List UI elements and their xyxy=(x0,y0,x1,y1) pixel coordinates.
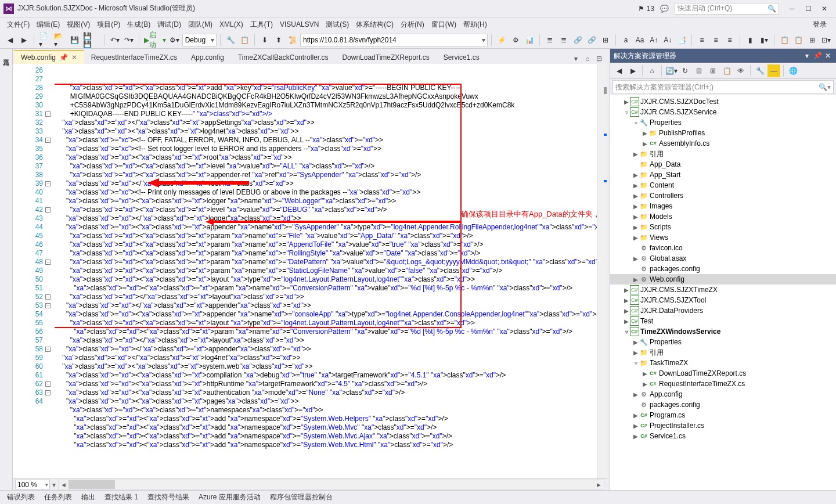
tree-twisty-icon[interactable]: ▶ xyxy=(623,297,630,304)
fold-toggle[interactable]: − xyxy=(45,303,51,308)
login-menu[interactable]: 登录 xyxy=(809,18,833,31)
toolbar-x7[interactable]: 🔗 xyxy=(585,34,598,46)
toolbar-z7[interactable]: 📋 xyxy=(792,34,805,46)
tree-twisty-icon[interactable]: ▶ xyxy=(632,224,639,231)
menu-调试[interactable]: 调试(D) xyxy=(154,19,185,30)
tree-twisty-icon[interactable]: ▶ xyxy=(632,182,639,189)
start-debug-button[interactable]: ▶ 启动 ▾ xyxy=(143,34,167,46)
tree-item[interactable]: ⚙packages.config xyxy=(610,264,836,274)
bottom-tab[interactable]: 查找结果 1 xyxy=(100,491,143,504)
tree-twisty-icon[interactable]: ▿ xyxy=(623,109,630,116)
toolbar-y2[interactable]: Aa xyxy=(633,34,646,46)
fold-toggle[interactable]: − xyxy=(45,138,51,143)
save-all-button[interactable]: 💾💾 xyxy=(82,34,101,46)
svn-url-dropdown[interactable]: https://10.0.81.8/svn/fyph2014 xyxy=(300,34,488,46)
tree-twisty-icon[interactable]: ▶ xyxy=(632,391,639,398)
tree-item[interactable]: ▶C#Test xyxy=(610,316,836,326)
tree-twisty-icon[interactable]: ▿ xyxy=(632,360,639,366)
tree-item[interactable]: ▿C#JXJR.CMS.SJZXService xyxy=(610,107,836,117)
menu-分析[interactable]: 分析(N) xyxy=(397,19,428,30)
tab-split-button[interactable]: ⊟ xyxy=(594,53,604,64)
bottom-tab[interactable]: 任务列表 xyxy=(39,491,77,504)
tree-twisty-icon[interactable]: ▶ xyxy=(623,99,630,105)
se-properties-button[interactable]: 📋 xyxy=(720,64,733,77)
toolbar-y5[interactable]: 📑 xyxy=(675,34,688,46)
tree-item[interactable]: ▶📁Views xyxy=(610,232,836,243)
tree-item[interactable]: ▶🔧Properties xyxy=(610,337,836,347)
menu-编辑[interactable]: 编辑(E) xyxy=(33,19,63,30)
code-editor-body[interactable]: "xa">class"xd">="xd"><"xa">class"xd">="x… xyxy=(55,64,597,478)
menu-项目[interactable]: 项目(P) xyxy=(93,19,124,30)
panel-menu-button[interactable]: ▾ xyxy=(802,51,812,60)
tree-item[interactable]: ▶⚙Web.config xyxy=(610,274,836,285)
tree-item[interactable]: ▶📁引用 xyxy=(610,347,836,358)
close-button[interactable]: ✕ xyxy=(816,2,833,15)
bottom-tab[interactable]: 程序包管理器控制台 xyxy=(265,491,337,504)
tree-item[interactable]: ▶📁PublishProfiles xyxy=(610,128,836,138)
tree-item[interactable]: ▶📁引用 xyxy=(610,149,836,159)
tree-twisty-icon[interactable]: ▶ xyxy=(632,172,639,178)
svn-commit-button[interactable]: ⬆ xyxy=(272,34,285,46)
tree-item[interactable]: ▶📁App_Start xyxy=(610,170,836,180)
se-collapse-button[interactable]: ⊟ xyxy=(693,64,705,77)
solution-tree[interactable]: ▶C#JXJR.CMS.SJZXDocTest▿C#JXJR.CMS.SJZXS… xyxy=(610,95,836,490)
fold-toggle[interactable]: − xyxy=(45,390,51,395)
tree-item[interactable]: ▶C#JXJR.CMS.SJZXDocTest xyxy=(610,96,836,107)
tree-twisty-icon[interactable]: ▿ xyxy=(632,120,639,126)
config-dropdown[interactable]: Debug xyxy=(182,34,217,46)
se-highlight-button[interactable]: — xyxy=(767,64,780,77)
vertical-scrollbar[interactable] xyxy=(597,64,607,478)
menu-视图[interactable]: 视图(V) xyxy=(63,19,93,30)
nav-back-button[interactable]: ◀ xyxy=(3,34,16,46)
tree-twisty-icon[interactable]: ▶ xyxy=(632,193,639,199)
tree-twisty-icon[interactable]: ▶ xyxy=(623,308,630,314)
tree-item[interactable]: ▶⚙App.config xyxy=(610,389,836,399)
tree-twisty-icon[interactable]: ▶ xyxy=(632,276,639,283)
tree-item[interactable]: ▶C#DownLoadTimeZXReport.cs xyxy=(610,368,836,379)
tree-twisty-icon[interactable]: ▶ xyxy=(632,203,639,210)
tree-item[interactable]: ⚙favicon.ico xyxy=(610,243,836,253)
se-preview-button[interactable]: 👁 xyxy=(734,64,747,77)
tree-twisty-icon[interactable]: ▶ xyxy=(632,350,639,356)
open-file-button[interactable]: 📂▾ xyxy=(53,34,67,46)
tree-item[interactable]: ▶C#ProjectInstaller.cs xyxy=(610,420,836,431)
toolbox-tab[interactable]: 工具箱 xyxy=(1,51,12,58)
tree-item[interactable]: ▶📁Scripts xyxy=(610,222,836,232)
tree-twisty-icon[interactable]: ▶ xyxy=(632,433,639,440)
toolbar-z3[interactable]: ≡ xyxy=(723,34,736,46)
new-project-button[interactable]: 📄▾ xyxy=(38,34,52,46)
tab-overflow-button[interactable]: ▾ xyxy=(571,53,581,64)
tree-twisty-icon[interactable]: ▶ xyxy=(623,287,630,293)
toolbar-x5[interactable]: ≣ xyxy=(557,34,570,46)
tree-item[interactable]: ▿📁TaskTimeZX xyxy=(610,358,836,368)
menu-VISUALSVN[interactable]: VISUALSVN xyxy=(276,19,322,30)
bottom-tab[interactable]: 查找符号结果 xyxy=(143,491,194,504)
horizontal-scrollbar[interactable]: ◀ ▶ xyxy=(58,480,604,489)
menu-生成[interactable]: 生成(B) xyxy=(124,19,154,30)
tree-item[interactable]: ▶📁Content xyxy=(610,180,836,190)
tree-item[interactable]: ⚙packages.config xyxy=(610,399,836,410)
tree-item[interactable]: ▶📁Models xyxy=(610,211,836,222)
toolbar-btn-a[interactable]: 🔧 xyxy=(224,34,237,46)
menu-团队[interactable]: 团队(M) xyxy=(185,19,216,30)
redo-button[interactable]: ↷▾ xyxy=(122,34,135,46)
toolbar-z4[interactable]: ▮ xyxy=(744,34,756,46)
bottom-tab[interactable]: 错误列表 xyxy=(2,491,39,504)
menu-工具[interactable]: 工具(T) xyxy=(247,19,276,30)
tree-item[interactable]: ▿🔧Properties xyxy=(610,117,836,128)
tree-item[interactable]: ▿C#TimeZXWindowsService xyxy=(610,326,836,337)
tree-item[interactable]: ▶C#Service1.cs xyxy=(610,431,836,441)
tree-twisty-icon[interactable]: ▶ xyxy=(632,151,639,157)
toolbar-z6[interactable]: 📋 xyxy=(778,34,791,46)
se-back-button[interactable]: ◀ xyxy=(612,64,625,77)
toolbar-btn-b[interactable]: 📋 xyxy=(238,34,251,46)
toolbar-z9[interactable]: ⊡▾ xyxy=(820,34,833,46)
se-fwd-button[interactable]: ▶ xyxy=(626,64,639,77)
save-button[interactable]: 💾 xyxy=(68,34,81,46)
tree-item[interactable]: ▶C#JXJR.CMS.SJZXTimeZX xyxy=(610,285,836,295)
doc-tab[interactable]: TimeZXCallBackController.cs xyxy=(231,50,336,64)
doc-tab[interactable]: App.config xyxy=(184,50,231,64)
undo-button[interactable]: ↶▾ xyxy=(109,34,121,46)
doc-tab[interactable]: Service1.cs xyxy=(437,50,487,64)
tree-twisty-icon[interactable]: ▶ xyxy=(642,130,648,136)
